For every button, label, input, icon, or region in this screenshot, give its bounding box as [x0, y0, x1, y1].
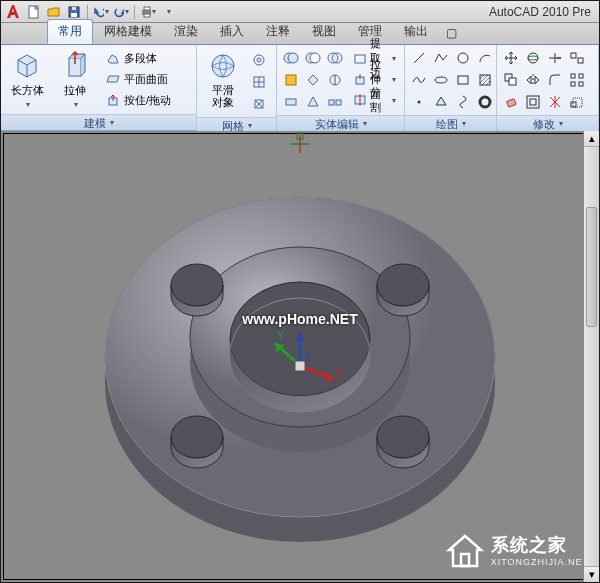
undo-icon[interactable]: ▾	[92, 3, 110, 21]
solid-tool-icon[interactable]	[303, 92, 323, 112]
extrude-button[interactable]: 拉伸 ▾	[53, 48, 97, 110]
solid-tool-icon[interactable]	[325, 70, 345, 90]
rectangle-icon[interactable]	[453, 70, 473, 90]
svg-rect-42	[579, 82, 583, 86]
svg-point-32	[480, 97, 490, 107]
print-icon[interactable]: ▾	[139, 3, 157, 21]
union-icon[interactable]	[281, 48, 301, 68]
axis-x-label: X	[335, 365, 343, 377]
mirror-icon[interactable]	[523, 70, 543, 90]
dropdown-icon: ▾	[152, 7, 156, 16]
axis-y-label: Y	[277, 329, 285, 341]
tab-output[interactable]: 输出	[393, 19, 439, 44]
explode-icon[interactable]	[545, 92, 565, 112]
circle-icon[interactable]	[453, 48, 473, 68]
view-gizmo-icon[interactable]: X Y Z	[255, 321, 345, 411]
drawing-viewport[interactable]: www.pHome.NET X Y Z 系统之家 XITONGZHIJIA.NE…	[1, 131, 599, 582]
svg-rect-23	[336, 100, 341, 105]
split-icon	[353, 92, 367, 108]
tab-render[interactable]: 渲染	[163, 19, 209, 44]
trim-icon[interactable]	[545, 48, 565, 68]
align-icon[interactable]	[567, 48, 587, 68]
helix-icon[interactable]	[453, 92, 473, 112]
vertical-scrollbar[interactable]: ▴ ▾	[583, 131, 599, 582]
tab-annotate[interactable]: 注释	[255, 19, 301, 44]
solid-tool-icon[interactable]	[281, 92, 301, 112]
smooth-object-label: 平滑 对象	[212, 84, 234, 108]
spline-icon[interactable]	[409, 70, 429, 90]
extrude-icon	[59, 49, 91, 81]
mesh-tool-icon[interactable]	[249, 72, 269, 92]
panel-title-modeling[interactable]: 建模▾	[1, 114, 196, 130]
fillet-icon[interactable]	[545, 70, 565, 90]
extrude-face-icon	[353, 71, 367, 87]
svg-rect-60	[295, 361, 305, 371]
tab-common[interactable]: 常用	[47, 19, 93, 44]
save-icon[interactable]	[65, 3, 83, 21]
move-icon[interactable]	[501, 48, 521, 68]
tab-view[interactable]: 视图	[301, 19, 347, 44]
panel-title-draw[interactable]: 绘图▾	[405, 115, 496, 131]
arc-icon[interactable]	[475, 48, 495, 68]
scale-icon[interactable]	[567, 92, 587, 112]
intersect-icon[interactable]	[325, 48, 345, 68]
scroll-thumb[interactable]	[586, 207, 597, 327]
tab-mesh-modeling[interactable]: 网格建模	[93, 19, 163, 44]
polyline-icon[interactable]	[431, 48, 451, 68]
axis-z-label: Z	[305, 351, 312, 363]
solid-tool-icon[interactable]	[281, 70, 301, 90]
dropdown-icon: ▾	[74, 100, 78, 109]
presspull-button[interactable]: 按住/拖动	[101, 90, 175, 110]
erase-icon[interactable]	[501, 92, 521, 112]
dropdown-icon: ▾	[110, 115, 114, 131]
box-label: 长方体	[11, 83, 44, 98]
qat-separator	[87, 5, 88, 19]
ribbon: 长方体 ▾ 拉伸 ▾ 多段体 平面曲面 按住/拖动	[1, 45, 599, 131]
polysolid-button[interactable]: 多段体	[101, 48, 175, 68]
tab-insert[interactable]: 插入	[209, 19, 255, 44]
panel-title-modify[interactable]: 修改▾	[497, 115, 598, 131]
watermark-brand: 系统之家 XITONGZHIJIA.NET	[445, 532, 589, 568]
scroll-track[interactable]	[584, 147, 599, 566]
scroll-down-icon[interactable]: ▾	[584, 566, 599, 582]
copy-icon[interactable]	[501, 70, 521, 90]
donut-icon[interactable]	[475, 92, 495, 112]
solid-tool-icon[interactable]	[303, 70, 323, 90]
dropdown-icon: ▾	[125, 7, 129, 16]
point-icon[interactable]	[409, 92, 429, 112]
array-icon[interactable]	[567, 70, 587, 90]
panel-title-solid-edit[interactable]: 实体编辑▾	[277, 115, 404, 131]
solid-tool-icon[interactable]	[325, 92, 345, 112]
new-icon[interactable]	[25, 3, 43, 21]
panel-solid-edit: 提取边▾ 拉伸面▾ 分割▾ 实体编辑▾	[277, 45, 405, 130]
svg-point-11	[257, 58, 261, 62]
rotate3d-icon[interactable]	[523, 48, 543, 68]
ellipse-icon[interactable]	[431, 70, 451, 90]
subtract-icon[interactable]	[303, 48, 323, 68]
scroll-up-icon[interactable]: ▴	[584, 131, 599, 147]
dropdown-icon: ▾	[105, 7, 109, 16]
svg-rect-46	[571, 102, 576, 107]
split-button[interactable]: 分割▾	[349, 90, 400, 110]
planar-surface-button[interactable]: 平面曲面	[101, 69, 175, 89]
panel-mesh: 平滑 对象 网格▾	[197, 45, 277, 130]
svg-rect-40	[579, 74, 583, 78]
polysolid-label: 多段体	[124, 51, 157, 66]
svg-rect-61	[461, 554, 469, 566]
mesh-tool-icon[interactable]	[249, 50, 269, 70]
hatch-icon[interactable]	[475, 70, 495, 90]
app-logo[interactable]	[3, 3, 23, 21]
qat-customize-icon[interactable]: ▾	[159, 3, 177, 21]
svg-rect-5	[144, 7, 150, 10]
region-icon[interactable]	[431, 92, 451, 112]
mesh-tool-icon[interactable]	[249, 94, 269, 114]
tab-expand-icon[interactable]: ▢	[439, 22, 464, 44]
line-icon[interactable]	[409, 48, 429, 68]
open-icon[interactable]	[45, 3, 63, 21]
box-button[interactable]: 长方体 ▾	[5, 48, 49, 110]
redo-icon[interactable]: ▾	[112, 3, 130, 21]
smooth-object-button[interactable]: 平滑 对象	[201, 48, 245, 110]
offset-icon[interactable]	[523, 92, 543, 112]
dropdown-icon: ▾	[26, 100, 30, 109]
app-title: AutoCAD 2010 Pre	[489, 5, 591, 19]
